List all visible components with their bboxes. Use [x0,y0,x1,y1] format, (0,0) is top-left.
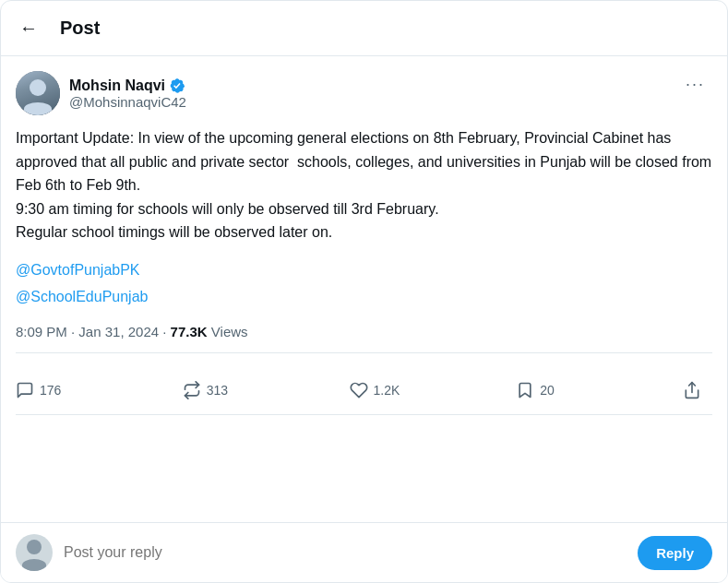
tweet-timestamp: 8:09 PM · Jan 31, 2024 · [16,324,171,339]
user-row: Mohsin Naqvi @MohsinnaqviC42 ··· [16,71,712,115]
reply-footer: Reply [1,522,727,582]
verified-badge [169,77,185,94]
reply-icon [16,381,34,399]
retweet-icon [183,381,201,399]
replies-count: 176 [40,383,61,398]
likes-stat[interactable]: 1.2K [350,377,517,403]
page-title: Post [60,18,100,39]
retweets-stat[interactable]: 313 [183,377,350,403]
bookmarks-stat[interactable]: 20 [516,377,683,403]
replies-stat[interactable]: 176 [16,377,183,403]
reply-input[interactable] [64,544,627,561]
back-button[interactable]: ← [16,14,42,42]
post-card: ← Post Mohsin Naqvi [0,0,728,583]
tweet-mentions: @GovtofPunjabPK @SchoolEduPunjab [16,257,712,311]
bookmark-icon [516,381,534,399]
mention-govtofpunjab[interactable]: @GovtofPunjabPK [16,257,712,284]
share-icon [683,381,701,399]
reply-button[interactable]: Reply [638,536,712,570]
more-options-button[interactable]: ··· [678,71,712,98]
username[interactable]: @MohsinnaqviC42 [69,94,186,110]
user-names: Mohsin Naqvi @MohsinnaqviC42 [69,77,186,110]
post-header: ← Post [1,1,727,56]
mention-schooledupunjab[interactable]: @SchoolEduPunjab [16,284,712,311]
retweets-count: 313 [207,383,228,398]
share-stat[interactable] [683,377,712,403]
bookmarks-count: 20 [540,383,555,398]
reply-avatar [16,534,53,571]
avatar[interactable] [16,71,60,115]
tweet-text: Important Update: In view of the upcomin… [16,126,712,244]
tweet-views-label: Views [211,324,248,339]
post-content: Mohsin Naqvi @MohsinnaqviC42 ··· Importa… [1,56,727,522]
display-name[interactable]: Mohsin Naqvi [69,77,186,94]
tweet-meta: 8:09 PM · Jan 31, 2024 · 77.3K Views [16,324,712,353]
user-info: Mohsin Naqvi @MohsinnaqviC42 [16,71,186,115]
stats-row: 176 313 [16,366,712,415]
tweet-views-count: 77.3K [171,324,208,339]
likes-count: 1.2K [374,383,400,398]
like-icon [350,381,368,399]
